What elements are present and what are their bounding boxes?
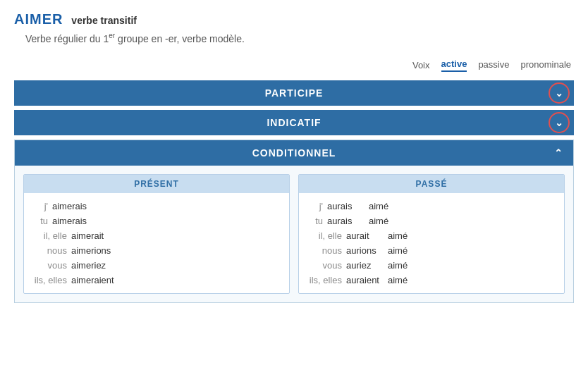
aux-form: aurions xyxy=(346,245,385,256)
verb-form: aimerais xyxy=(52,201,87,211)
present-header: PRÉSENT xyxy=(24,175,289,193)
participe-header[interactable]: PARTICIPE ⌄ xyxy=(14,80,574,106)
verb-name: AIMER xyxy=(14,11,63,27)
part-form: aimé xyxy=(369,216,388,226)
aux-form: aurait xyxy=(346,230,385,241)
table-row: nous aimerions xyxy=(32,243,281,258)
conditionnel-body: PRÉSENT j' aimerais tu aimerais il, elle… xyxy=(15,166,573,302)
chevron-up-icon: ⌃ xyxy=(554,147,563,159)
passe-header: PASSÉ xyxy=(299,175,564,193)
pronoun: vous xyxy=(307,260,346,271)
table-row: ils, elles aimeraient xyxy=(32,273,281,288)
verb-type: verbe transitif xyxy=(71,15,137,26)
chevron-down-icon: ⌄ xyxy=(555,88,564,98)
table-row: il, elle aurait aimé xyxy=(307,228,556,243)
indicatif-toggle[interactable]: ⌄ xyxy=(549,112,570,133)
aux-form: auriez xyxy=(346,260,385,271)
participe-toggle[interactable]: ⌄ xyxy=(549,82,570,104)
voice-label: Voix xyxy=(412,60,430,70)
subtitle-post: groupe en -er, verbe modèle. xyxy=(115,33,245,44)
aux-form: aurais xyxy=(327,216,366,226)
card-present: PRÉSENT j' aimerais tu aimerais il, elle… xyxy=(23,174,290,294)
voice-tabs: Voix active passive pronominale xyxy=(14,58,574,72)
verb-form: aimeraient xyxy=(71,275,114,285)
tab-active[interactable]: active xyxy=(441,58,467,72)
pronoun: nous xyxy=(307,245,346,256)
chevron-down-icon-2: ⌄ xyxy=(555,118,564,128)
verb-form: aimerait xyxy=(71,230,104,241)
part-form: aimé xyxy=(388,230,408,241)
table-row: nous aurions aimé xyxy=(307,243,556,258)
verb-title: AIMER verbe transitif xyxy=(14,11,574,27)
part-form: aimé xyxy=(388,260,408,271)
tab-passive[interactable]: passive xyxy=(478,59,509,71)
indicatif-header[interactable]: INDICATIF ⌄ xyxy=(14,110,574,135)
section-participe: PARTICIPE ⌄ xyxy=(14,80,574,106)
table-row: vous aimeriez xyxy=(32,258,281,273)
aux-form: auraient xyxy=(346,275,385,285)
verb-form: aimeriez xyxy=(71,260,106,271)
table-row: tu aurais aimé xyxy=(307,214,556,228)
pronoun: j' xyxy=(32,201,52,211)
pronoun: il, elle xyxy=(32,230,71,241)
table-row: vous auriez aimé xyxy=(307,258,556,273)
subtitle-pre: Verbe régulier du 1 xyxy=(25,33,109,44)
conditionnel-title: CONDITIONNEL xyxy=(252,147,336,159)
indicatif-title: INDICATIF xyxy=(25,117,563,128)
table-row: ils, elles auraient aimé xyxy=(307,273,556,288)
pronoun: il, elle xyxy=(307,230,346,241)
pronoun: vous xyxy=(32,260,71,271)
part-form: aimé xyxy=(388,275,408,285)
aux-form: aurais xyxy=(327,201,366,211)
subtitle-sup: er xyxy=(109,32,115,39)
pronoun: nous xyxy=(32,245,71,256)
part-form: aimé xyxy=(388,245,408,256)
conditionnel-header[interactable]: CONDITIONNEL ⌃ xyxy=(15,140,573,166)
pronoun: tu xyxy=(307,216,327,226)
passe-body: j' aurais aimé tu aurais aimé il, elle a… xyxy=(299,193,564,293)
present-body: j' aimerais tu aimerais il, elle aimerai… xyxy=(24,193,289,293)
verb-form: aimerions xyxy=(71,245,111,256)
tab-pronominale[interactable]: pronominale xyxy=(520,59,571,71)
pronoun: j' xyxy=(307,201,327,211)
pronoun: ils, elles xyxy=(307,275,346,285)
pronoun: ils, elles xyxy=(32,275,71,285)
section-indicatif: INDICATIF ⌄ xyxy=(14,110,574,135)
table-row: j' aurais aimé xyxy=(307,199,556,214)
verb-subtitle: Verbe régulier du 1er groupe en -er, ver… xyxy=(14,32,574,44)
part-form: aimé xyxy=(369,201,388,211)
pronoun: tu xyxy=(32,216,52,226)
page-container: AIMER verbe transitif Verbe régulier du … xyxy=(0,0,588,319)
participe-title: PARTICIPE xyxy=(25,87,563,99)
verb-form: aimerais xyxy=(52,216,87,226)
table-row: tu aimerais xyxy=(32,214,281,228)
table-row: j' aimerais xyxy=(32,199,281,214)
card-passe: PASSÉ j' aurais aimé tu aurais aimé il, … xyxy=(298,174,565,294)
section-conditionnel: CONDITIONNEL ⌃ PRÉSENT j' aimerais tu ai… xyxy=(14,140,574,303)
table-row: il, elle aimerait xyxy=(32,228,281,243)
